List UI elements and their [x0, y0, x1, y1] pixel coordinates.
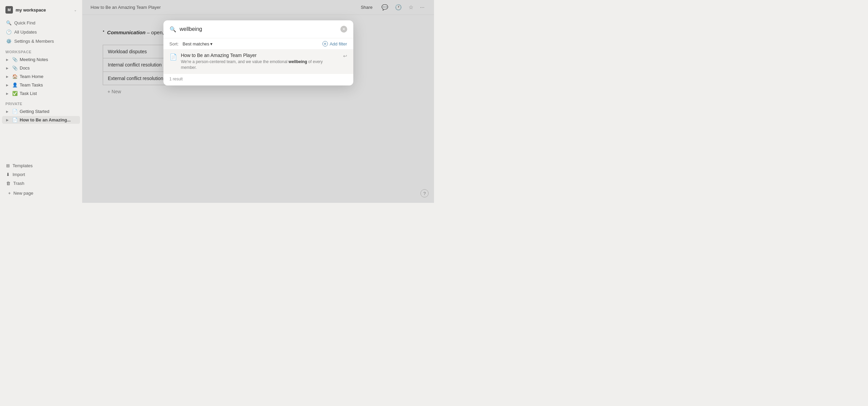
clock-icon: 🕐	[6, 30, 12, 35]
search-input-row: 🔍 ✕	[163, 20, 353, 38]
document-icon: 📄	[170, 53, 177, 61]
sidebar-item-all-updates[interactable]: 🕐 All Updates	[2, 28, 80, 36]
workspace-name: my workspace	[16, 7, 71, 13]
search-icon: 🔍	[6, 20, 12, 25]
snippet-highlight: wellbeing	[289, 59, 307, 64]
search-result-item[interactable]: 📄 How to Be an Amazing Team Player We're…	[163, 49, 353, 74]
private-section-label: PRIVATE	[0, 98, 82, 107]
import-icon: ⬇	[6, 172, 10, 177]
sidebar-item-label: Quick Find	[14, 20, 35, 25]
sidebar: M my workspace ⌄ 🔍 Quick Find 🕐 All Upda…	[0, 0, 82, 203]
sidebar-item-trash[interactable]: 🗑 Trash	[2, 179, 80, 188]
result-arrow-icon: ↩	[343, 53, 347, 59]
sidebar-item-label: Settings & Members	[14, 39, 54, 44]
sidebar-item-label: Team Home	[20, 74, 43, 79]
sidebar-item-label: Task List	[20, 91, 37, 96]
search-overlay[interactable]: 🔍 ✕ Sort: Best matches ▾ ⊕ Add filter	[82, 0, 434, 203]
add-filter-label: Add filter	[330, 41, 347, 46]
chevron-right-icon: ▶	[6, 66, 10, 70]
workspace-chevron-icon: ⌄	[74, 8, 77, 12]
chevron-right-icon: ▶	[6, 118, 10, 122]
sidebar-item-docs[interactable]: ▶ 📎 Docs	[2, 64, 80, 72]
check-icon: ✅	[12, 91, 18, 96]
page-icon: 📎	[12, 57, 18, 62]
person-icon: 👤	[12, 82, 18, 88]
templates-icon: ⊞	[6, 163, 10, 168]
gear-icon: ⚙️	[6, 39, 12, 44]
sidebar-item-team-tasks[interactable]: ▶ 👤 Team Tasks	[2, 81, 80, 89]
result-content: How to Be an Amazing Team Player We're a…	[181, 53, 339, 71]
sidebar-item-getting-started[interactable]: ▶ 📄 Getting Started	[2, 108, 80, 115]
chevron-right-icon: ▶	[6, 92, 10, 95]
workspace-icon-badge: M	[5, 6, 13, 14]
sidebar-item-label: Getting Started	[20, 109, 49, 114]
page-icon: 📎	[12, 65, 18, 71]
snippet-prefix: We're a person-centered team, and we val…	[181, 59, 289, 64]
search-filter-row: Sort: Best matches ▾ ⊕ Add filter	[163, 38, 353, 49]
search-input[interactable]	[180, 26, 337, 32]
sidebar-item-task-list[interactable]: ▶ ✅ Task List	[2, 90, 80, 97]
chevron-right-icon: ▶	[6, 75, 10, 78]
chevron-right-icon: ▶	[6, 58, 10, 61]
sort-value-button[interactable]: Best matches ▾	[183, 41, 213, 46]
sidebar-item-team-home[interactable]: ▶ 🏠 Team Home	[2, 73, 80, 80]
plus-icon: +	[8, 191, 11, 196]
chevron-right-icon: ▶	[6, 110, 10, 113]
trash-icon: 🗑	[6, 181, 11, 186]
sidebar-bottom: ⊞ Templates ⬇ Import 🗑 Trash + New page	[0, 160, 82, 200]
search-modal: 🔍 ✕ Sort: Best matches ▾ ⊕ Add filter	[163, 20, 353, 85]
sidebar-item-label: Trash	[13, 181, 24, 186]
sort-value-text: Best matches	[183, 41, 210, 46]
search-result-count: 1 result	[163, 74, 353, 85]
workspace-header[interactable]: M my workspace ⌄	[3, 4, 79, 16]
sidebar-item-label: Templates	[13, 163, 33, 168]
sidebar-item-how-to-be[interactable]: ▶ 📄 How to Be an Amazing...	[2, 116, 80, 124]
sort-label: Sort: Best matches ▾	[170, 41, 213, 46]
new-page-label: New page	[14, 191, 34, 196]
sidebar-top: M my workspace ⌄	[0, 3, 82, 18]
document-icon: 📄	[12, 117, 18, 122]
sidebar-item-label: Docs	[20, 65, 30, 71]
sidebar-item-label: Import	[13, 172, 25, 177]
sidebar-item-templates[interactable]: ⊞ Templates	[2, 161, 80, 170]
sidebar-item-label: Meeting Notes	[20, 57, 48, 62]
sidebar-item-meeting-notes[interactable]: ▶ 📎 Meeting Notes	[2, 56, 80, 63]
filter-icon: ⊕	[322, 41, 328, 46]
sidebar-item-label: How to Be an Amazing...	[20, 117, 71, 122]
sidebar-item-settings[interactable]: ⚙️ Settings & Members	[2, 37, 80, 45]
sort-prefix: Sort:	[170, 41, 179, 46]
result-snippet: We're a person-centered team, and we val…	[181, 59, 339, 71]
result-title: How to Be an Amazing Team Player	[181, 53, 339, 58]
sidebar-item-import[interactable]: ⬇ Import	[2, 170, 80, 179]
sort-chevron-icon: ▾	[210, 41, 213, 46]
sidebar-item-label: Team Tasks	[20, 82, 43, 88]
sidebar-item-quick-find[interactable]: 🔍 Quick Find	[2, 19, 80, 27]
search-icon: 🔍	[170, 26, 176, 33]
clear-search-button[interactable]: ✕	[340, 26, 347, 33]
add-filter-button[interactable]: ⊕ Add filter	[322, 41, 347, 46]
main-content: How to Be an Amazing Team Player Share 💬…	[82, 0, 434, 203]
chevron-right-icon: ▶	[6, 83, 10, 87]
sidebar-item-label: All Updates	[14, 30, 37, 35]
new-page-button[interactable]: + New page	[4, 188, 78, 198]
document-icon: 📄	[12, 109, 18, 114]
home-icon: 🏠	[12, 74, 18, 79]
workspace-section-label: WORKSPACE	[0, 46, 82, 55]
